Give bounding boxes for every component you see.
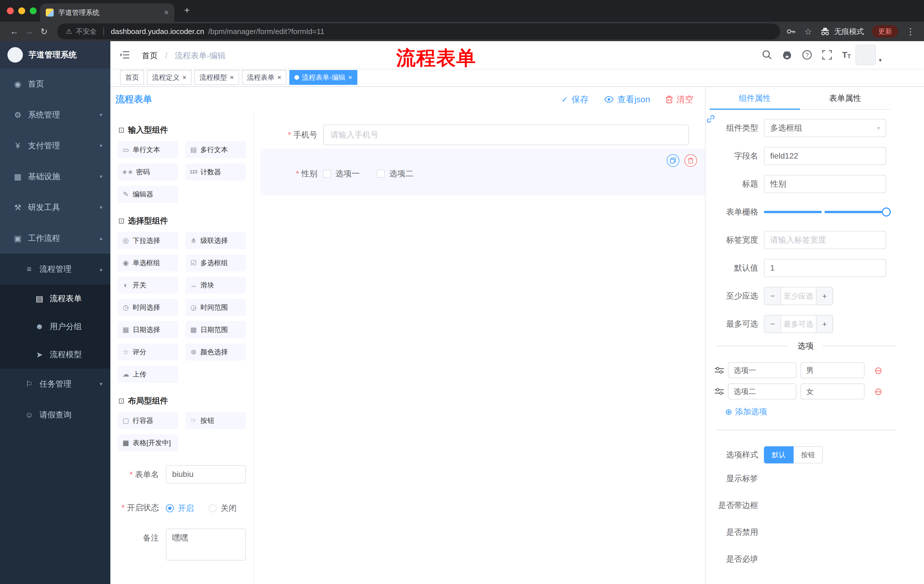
default-value-input[interactable]	[764, 259, 886, 277]
drag-handle-icon[interactable]	[715, 366, 724, 374]
option-label-input[interactable]	[728, 383, 797, 400]
user-menu[interactable]: ▾	[855, 44, 882, 65]
palette-item-time-range[interactable]: ◶时间范围	[186, 299, 246, 316]
help-icon[interactable]: ?	[802, 50, 812, 60]
palette-item-row-container[interactable]: ▢行容器	[118, 412, 178, 429]
sidebar-item-user-group[interactable]: ☻ 用户分组	[0, 313, 111, 341]
status-on-radio[interactable]: 开启	[166, 503, 194, 514]
save-button[interactable]: ✓ 保存	[561, 94, 588, 105]
option-value-input[interactable]	[800, 383, 865, 400]
tag-process-model[interactable]: 流程模型 ×	[195, 70, 239, 85]
phone-field-input[interactable]	[323, 125, 689, 145]
tab-form-props[interactable]: 表单属性	[800, 87, 890, 109]
palette-item-textarea[interactable]: ▤多行文本	[186, 141, 246, 158]
tab-close-icon[interactable]: ×	[164, 8, 169, 16]
tab-component-props[interactable]: 组件属性	[710, 87, 800, 109]
palette-item-button[interactable]: ☞按钮	[186, 412, 246, 429]
style-button-button[interactable]: 按钮	[794, 446, 823, 464]
tag-process-form-edit[interactable]: 流程表单-编辑 ×	[289, 70, 357, 85]
palette-item-counter[interactable]: 123计数器	[186, 163, 246, 181]
tag-process-definition[interactable]: 流程定义 ×	[147, 70, 191, 85]
decrement-button[interactable]: −	[764, 316, 781, 332]
tag-close-icon[interactable]: ×	[230, 74, 234, 81]
palette-item-radio-group[interactable]: ◉单选框组	[118, 254, 178, 271]
browser-update-button[interactable]: 更新	[872, 25, 898, 38]
security-warning-icon[interactable]: ⚠	[66, 28, 72, 35]
palette-item-checkbox-group[interactable]: ☑多选框组	[186, 254, 246, 271]
sidebar-item-process-management[interactable]: ≡ 流程管理 ▴	[0, 254, 111, 285]
palette-item-select[interactable]: ◎下拉选择	[118, 232, 178, 249]
max-select-value[interactable]: 最多可选	[781, 316, 816, 332]
increment-button[interactable]: +	[816, 316, 833, 332]
sidebar-item-leave-query[interactable]: ☺ 请假查询	[0, 400, 111, 430]
reload-button[interactable]: ↻	[36, 26, 51, 36]
palette-item-date-picker[interactable]: ▦日期选择	[118, 321, 178, 338]
palette-item-table[interactable]: ▦表格[开发中]	[118, 434, 178, 451]
palette-item-single-text[interactable]: ▭单行文本	[118, 141, 178, 158]
option-value-input[interactable]	[800, 362, 865, 378]
browser-menu-icon[interactable]: ⋮	[906, 26, 915, 36]
palette-item-password[interactable]: ∗∗密码	[118, 163, 178, 181]
status-off-radio[interactable]: 关闭	[209, 503, 237, 514]
github-icon[interactable]	[782, 50, 792, 60]
fullscreen-icon[interactable]	[822, 50, 832, 60]
title-input[interactable]	[764, 175, 886, 193]
delete-field-button[interactable]	[685, 154, 697, 167]
user-avatar[interactable]	[855, 44, 876, 65]
palette-item-date-range[interactable]: ▩日期范围	[186, 321, 246, 338]
address-bar[interactable]: ⚠ 不安全 dashboard.yudao.iocoder.cn/bpm/man…	[57, 23, 780, 39]
clear-button[interactable]: 清空	[665, 94, 693, 105]
search-icon[interactable]	[762, 50, 772, 60]
tag-close-icon[interactable]: ×	[182, 74, 186, 81]
tag-process-form[interactable]: 流程表单 ×	[242, 70, 287, 85]
browser-tab[interactable]: 芋道管理系统 ×	[40, 3, 174, 22]
palette-item-time-picker[interactable]: ◷时间选择	[118, 299, 178, 316]
breadcrumb-home[interactable]: 首页	[142, 51, 158, 60]
bookmark-star-icon[interactable]: ☆	[804, 26, 812, 36]
remove-option-button[interactable]: ⊖	[874, 387, 883, 396]
maximize-window-button[interactable]	[30, 7, 36, 14]
gender-option-1-checkbox[interactable]: 选项一	[323, 168, 360, 179]
field-name-input[interactable]	[764, 147, 886, 165]
sidebar-item-process-form[interactable]: ▤ 流程表单	[0, 285, 111, 313]
view-json-button[interactable]: 查看json	[604, 94, 650, 105]
form-grid-slider[interactable]	[764, 203, 886, 221]
min-select-value[interactable]: 至少应选	[781, 288, 816, 304]
sidebar-item-task-management[interactable]: ⚐ 任务管理 ▾	[0, 368, 111, 400]
phone-field[interactable]: 手机号	[261, 125, 705, 145]
minimize-window-button[interactable]	[18, 7, 25, 14]
forward-button[interactable]: →	[22, 26, 36, 36]
sidebar-item-dev-tools[interactable]: ⚒ 研发工具 ▾	[0, 192, 111, 223]
form-remark-textarea[interactable]: 嘿嘿	[166, 528, 246, 561]
back-button[interactable]: ←	[7, 26, 22, 36]
label-width-input[interactable]	[764, 231, 886, 249]
sidebar-item-infrastructure[interactable]: ▦ 基础设施 ▾	[0, 161, 111, 192]
gender-field-selected[interactable]: 性别 选项一 选项二	[261, 148, 705, 196]
style-default-button[interactable]: 默认	[764, 446, 794, 464]
font-size-icon[interactable]: TT	[842, 51, 851, 59]
component-type-select[interactable]: 多选框组 ▾	[764, 119, 886, 137]
sidebar-item-process-model[interactable]: ➤ 流程模型	[0, 341, 111, 368]
new-tab-button[interactable]: +	[184, 5, 190, 15]
sidebar-item-home[interactable]: ◉ 首页	[0, 69, 111, 99]
tag-home[interactable]: 首页	[120, 70, 144, 85]
tag-close-icon[interactable]: ×	[277, 74, 281, 81]
add-option-button[interactable]: ⊕ 添加选项	[725, 406, 924, 417]
close-window-button[interactable]	[7, 7, 14, 14]
slider-handle[interactable]	[882, 207, 891, 217]
palette-item-color-picker[interactable]: ⊛颜色选择	[186, 344, 246, 360]
design-canvas[interactable]: 手机号 性别	[261, 112, 705, 584]
remove-option-button[interactable]: ⊖	[874, 365, 883, 375]
sidebar-item-payment-management[interactable]: ¥ 支付管理 ▾	[0, 130, 111, 161]
slider-track[interactable]	[764, 211, 886, 213]
palette-item-slider[interactable]: ↔滑块	[186, 276, 246, 294]
sidebar-collapse-icon[interactable]	[119, 50, 130, 59]
palette-item-upload[interactable]: ☁上传	[118, 366, 178, 383]
gender-option-2-checkbox[interactable]: 选项二	[377, 168, 413, 179]
sidebar-item-workflow[interactable]: ▣ 工作流程 ▴	[0, 223, 111, 254]
palette-item-rate[interactable]: ☆评分	[118, 344, 178, 360]
password-key-icon[interactable]	[786, 26, 796, 36]
form-name-input[interactable]	[166, 465, 246, 484]
decrement-button[interactable]: −	[764, 288, 781, 304]
palette-item-cascader[interactable]: ⋔级联选择	[186, 232, 246, 249]
